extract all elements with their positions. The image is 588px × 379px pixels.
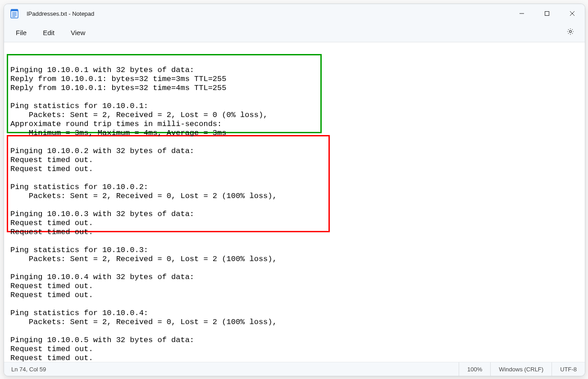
text-editor-area[interactable]: Pinging 10.10.0.1 with 32 bytes of data:… bbox=[4, 42, 585, 362]
status-bar: Ln 74, Col 59 100% Windows (CRLF) UTF-8 bbox=[4, 362, 585, 376]
svg-rect-1 bbox=[11, 9, 18, 11]
svg-point-10 bbox=[570, 31, 572, 33]
menu-file[interactable]: File bbox=[9, 26, 33, 39]
menu-view[interactable]: View bbox=[64, 26, 91, 39]
svg-rect-7 bbox=[545, 12, 549, 16]
titlebar[interactable]: IPaddresses.txt - Notepad bbox=[4, 4, 585, 23]
status-cursor-position: Ln 74, Col 59 bbox=[11, 362, 54, 376]
document-text[interactable]: Pinging 10.10.0.1 with 32 bytes of data:… bbox=[10, 57, 277, 362]
settings-button[interactable] bbox=[561, 23, 579, 41]
status-zoom[interactable]: 100% bbox=[459, 362, 490, 376]
menu-edit[interactable]: Edit bbox=[36, 26, 61, 39]
minimize-button[interactable] bbox=[509, 4, 534, 23]
menubar: File Edit View bbox=[4, 23, 585, 42]
maximize-button[interactable] bbox=[534, 4, 560, 23]
window-title: IPaddresses.txt - Notepad bbox=[27, 10, 94, 17]
status-encoding: UTF-8 bbox=[552, 362, 585, 376]
gear-icon bbox=[566, 27, 574, 37]
notepad-icon bbox=[10, 9, 18, 18]
status-line-ending: Windows (CRLF) bbox=[490, 362, 552, 376]
close-button[interactable] bbox=[560, 4, 585, 23]
notepad-window: IPaddresses.txt - Notepad File Edit View bbox=[4, 4, 585, 376]
